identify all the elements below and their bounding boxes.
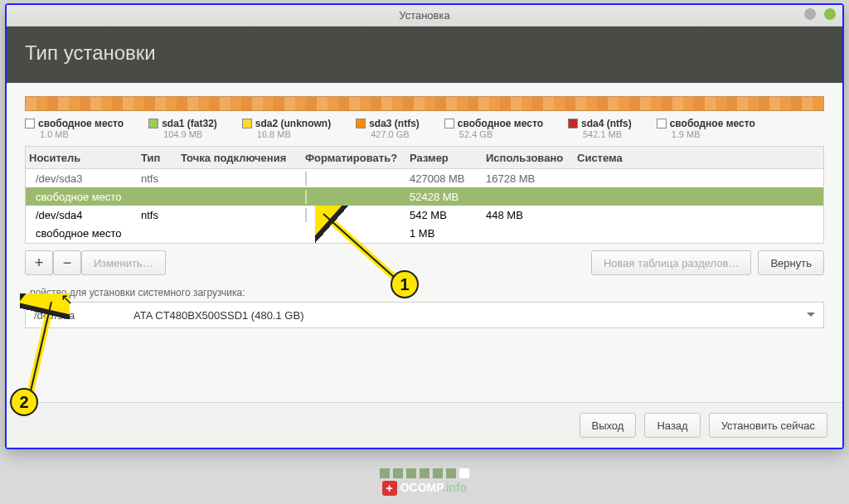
add-button[interactable]: +	[25, 250, 53, 275]
bootloader-label: ройство для установки системного загрузч…	[30, 287, 824, 298]
legend-label: свободное место	[38, 118, 124, 129]
legend-item[interactable]: sda2 (unknown)16.8 MB	[242, 118, 331, 139]
cell-type: ntfs	[141, 172, 181, 185]
change-button[interactable]: Изменить…	[81, 250, 166, 275]
legend-label: свободное место	[458, 118, 543, 129]
boot-device: /dev/sda	[34, 309, 133, 322]
table-row[interactable]: /dev/sdb	[26, 242, 823, 244]
remove-button[interactable]: −	[53, 250, 81, 275]
legend-size: 16.8 MB	[257, 129, 331, 139]
legend-item[interactable]: свободное место1.0 MB	[25, 118, 124, 139]
cell-format[interactable]	[305, 172, 410, 185]
legend-item[interactable]: sda4 (ntfs)542.1 MB	[568, 118, 632, 139]
partition-legend: свободное место1.0 MBsda1 (fat32)104.9 M…	[25, 116, 824, 146]
legend-label: свободное место	[670, 118, 755, 129]
legend-label: sda1 (fat32)	[162, 118, 217, 129]
cell-size: 52428 MB	[410, 191, 486, 203]
cell-used: 16728 MB	[486, 172, 577, 185]
cell-used: 448 MB	[486, 209, 577, 221]
legend-item[interactable]: sda3 (ntfs)427.0 GB	[356, 118, 420, 139]
col-format[interactable]: Форматировать?	[305, 152, 410, 164]
watermark: +OCOMP.info ВОПРОСЫ АДМИНУ	[0, 481, 849, 503]
table-row[interactable]: /dev/sda3 ntfs 427008 MB 16728 MB	[26, 169, 823, 187]
cell-device: свободное место	[29, 227, 141, 240]
installer-window: Установка Тип установки свободное место1…	[5, 3, 844, 449]
col-size[interactable]: Размер	[410, 152, 486, 164]
disk-usage-bar[interactable]	[25, 96, 824, 111]
table-row[interactable]: /dev/sda4 ntfs 542 MB 448 MB	[26, 206, 823, 224]
legend-size: 1.9 MB	[672, 129, 755, 139]
col-type[interactable]: Тип	[141, 152, 181, 164]
legend-swatch	[25, 119, 35, 128]
cell-device: /dev/sda4	[29, 209, 141, 221]
legend-swatch	[444, 119, 454, 128]
legend-size: 104.9 MB	[163, 129, 217, 139]
legend-size: 52.4 GB	[459, 129, 543, 139]
cell-size: 1 MB	[410, 227, 486, 240]
revert-button[interactable]: Вернуть	[758, 250, 824, 275]
table-row[interactable]: свободное место 1 MB	[26, 224, 823, 242]
page-dots	[0, 467, 849, 482]
partition-toolbar: + − Изменить… Новая таблица разделов… Ве…	[25, 250, 824, 275]
col-system[interactable]: Система	[577, 152, 820, 164]
legend-swatch	[242, 119, 252, 128]
bootloader-select[interactable]: /dev/sda ATA CT480BX500SSD1 (480.1 GB)	[25, 302, 824, 328]
partition-table: Носитель Тип Точка подключения Форматиро…	[25, 146, 824, 244]
minimize-icon[interactable]	[804, 8, 816, 20]
new-table-button[interactable]: Новая таблица разделов…	[591, 250, 752, 275]
legend-item[interactable]: свободное место1.9 MB	[657, 118, 755, 139]
window-title: Установка	[399, 9, 449, 22]
legend-label: sda2 (unknown)	[255, 118, 331, 129]
col-used[interactable]: Использовано	[486, 152, 577, 164]
legend-size: 542.1 MB	[583, 129, 632, 139]
legend-size: 1.0 MB	[40, 129, 124, 139]
titlebar[interactable]: Установка	[7, 5, 842, 27]
legend-item[interactable]: свободное место52.4 GB	[444, 118, 543, 139]
legend-swatch	[148, 119, 158, 128]
cell-size: 427008 MB	[410, 172, 486, 185]
cell-format[interactable]	[305, 191, 410, 203]
col-device[interactable]: Носитель	[29, 152, 141, 164]
legend-label: sda3 (ntfs)	[369, 118, 420, 129]
cell-device: свободное место	[29, 191, 141, 203]
cell-device: /dev/sda3	[29, 172, 141, 185]
table-row[interactable]: свободное место 52428 MB	[26, 187, 823, 206]
cell-format[interactable]	[305, 209, 410, 221]
close-icon[interactable]	[824, 8, 836, 20]
legend-swatch	[356, 119, 366, 128]
legend-swatch	[568, 119, 578, 128]
cell-type: ntfs	[141, 209, 181, 221]
col-mount[interactable]: Точка подключения	[181, 152, 305, 164]
boot-desc: ATA CT480BX500SSD1 (480.1 GB)	[133, 309, 807, 322]
legend-swatch	[657, 119, 667, 128]
back-button[interactable]: Назад	[644, 413, 700, 438]
legend-size: 427.0 GB	[371, 129, 420, 139]
wizard-footer: Выход Назад Установить сейчас	[7, 402, 842, 448]
page-title: Тип установки	[7, 27, 842, 83]
install-button[interactable]: Установить сейчас	[709, 413, 827, 438]
legend-label: sda4 (ntfs)	[581, 118, 632, 129]
legend-item[interactable]: sda1 (fat32)104.9 MB	[148, 118, 217, 139]
cell-size: 542 MB	[410, 209, 486, 221]
chevron-down-icon	[807, 313, 815, 321]
quit-button[interactable]: Выход	[580, 413, 637, 438]
